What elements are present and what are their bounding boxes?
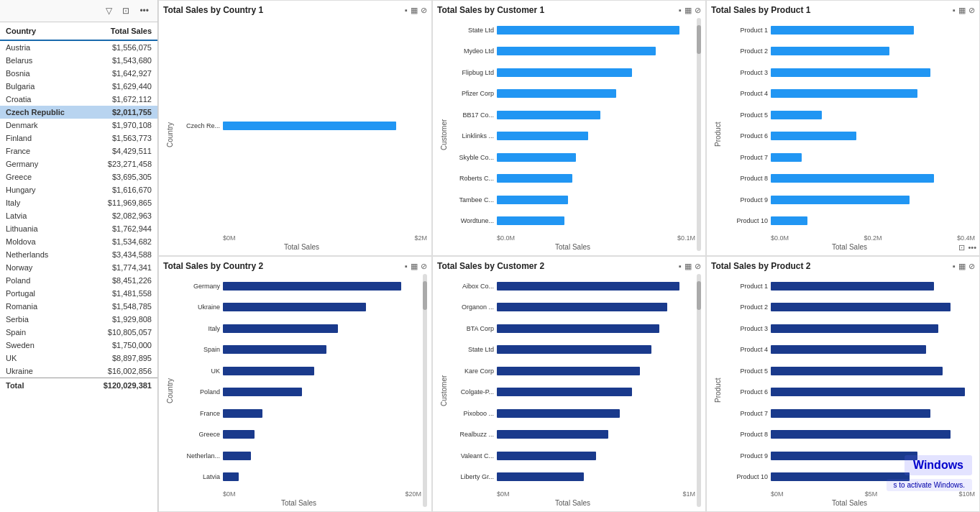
bar-row: Product 6 <box>724 130 975 142</box>
bar-row: UK <box>176 365 421 377</box>
bar-chart-icon-c1[interactable]: ▪ <box>679 6 682 14</box>
bar-label: Product 6 <box>724 388 771 396</box>
expand-icon-p1[interactable]: ⊡ <box>958 243 965 252</box>
table-row[interactable]: UK$8,897,895 <box>0 352 157 365</box>
sales-cell: $1,774,341 <box>85 261 157 274</box>
bar-container <box>497 174 695 183</box>
table-row[interactable]: Denmark$1,970,108 <box>0 119 157 132</box>
bar-label: Aibox Co... <box>450 283 497 290</box>
bar-fill <box>497 430 608 439</box>
filter-chart-icon[interactable]: ⊘ <box>421 6 427 15</box>
table-row[interactable]: Sweden$1,750,000 <box>0 339 157 352</box>
table-row[interactable]: Italy$11,969,865 <box>0 196 157 209</box>
table-row[interactable]: Netherlands$3,434,588 <box>0 248 157 261</box>
filter-icon[interactable]: ▽ <box>103 4 115 17</box>
country-cell: Hungary <box>0 183 85 196</box>
table-row[interactable]: Ukraine$16,002,856 <box>0 365 157 378</box>
bar-chart-icon-p2[interactable]: ▪ <box>953 262 956 270</box>
bar-row: BB17 Co... <box>450 109 695 121</box>
table-row[interactable]: Serbia$1,929,808 <box>0 313 157 326</box>
table-row[interactable]: Bosnia$1,642,927 <box>0 67 157 80</box>
chart-body-product-2: Product Product 1Product 2Product 3Produ… <box>711 274 975 507</box>
chart-type-icon-p1[interactable]: ▦ <box>958 6 966 15</box>
table-row[interactable]: Spain$10,805,057 <box>0 326 157 339</box>
sales-cell: $8,897,895 <box>85 352 157 365</box>
bar-label: Product 8 <box>724 431 771 438</box>
country-cell: Czech Republic <box>0 106 85 119</box>
chart-type-icon-co2[interactable]: ▦ <box>411 262 418 271</box>
table-row[interactable]: Finland$1,563,773 <box>0 132 157 145</box>
filter-chart-icon-p1[interactable]: ⊘ <box>968 6 975 15</box>
chart-type-icon-cu2[interactable]: ▦ <box>684 262 692 271</box>
table-row[interactable]: Croatia$1,672,112 <box>0 93 157 106</box>
x-axis-label-country-2: Total Sales <box>176 498 421 507</box>
bar-chart-icon-co2[interactable]: ▪ <box>405 262 408 270</box>
bar-label: BTA Corp <box>450 325 497 332</box>
bar-fill <box>771 472 910 481</box>
bar-row: Product 2 <box>724 301 975 313</box>
bar-fill <box>771 388 965 396</box>
chart-type-icon[interactable]: ▦ <box>411 6 418 15</box>
table-row[interactable]: Germany$23,271,458 <box>0 157 157 170</box>
table-row[interactable]: France$4,429,511 <box>0 145 157 157</box>
bar-chart-icon-p1[interactable]: ▪ <box>953 6 956 14</box>
bar-chart-icon-cu2[interactable]: ▪ <box>679 262 682 270</box>
table-row[interactable]: Norway$1,774,341 <box>0 261 157 274</box>
filter-chart-icon-cu2[interactable]: ⊘ <box>695 262 701 271</box>
table-row[interactable]: Czech Republic$2,011,755 <box>0 106 157 119</box>
table-row[interactable]: Portugal$1,481,558 <box>0 287 157 300</box>
table-row[interactable]: Greece$3,695,305 <box>0 170 157 183</box>
country-cell: Austria <box>0 40 85 54</box>
country-cell: Romania <box>0 300 85 313</box>
table-row[interactable]: Bulgaria$1,629,440 <box>0 80 157 93</box>
x-axis-customer-2: $0M$1M <box>450 489 695 498</box>
x-axis-tick: $10M <box>958 490 975 498</box>
table-row[interactable]: Lithuania$1,762,944 <box>0 222 157 235</box>
table-row[interactable]: Romania$1,548,785 <box>0 300 157 313</box>
more-icon-p1[interactable]: ••• <box>968 243 976 252</box>
scroll-indicator-customer-1[interactable] <box>697 18 701 251</box>
table-row[interactable]: Austria$1,556,075 <box>0 40 157 54</box>
bar-label: Product 9 <box>724 196 771 204</box>
table-row[interactable]: Latvia$2,082,963 <box>0 209 157 222</box>
bar-label: Product 7 <box>724 154 771 161</box>
chart-type-icon-p2[interactable]: ▦ <box>958 262 966 271</box>
table-row[interactable]: Moldova$1,534,682 <box>0 235 157 248</box>
bar-container <box>497 367 695 375</box>
more-icon[interactable]: ••• <box>137 4 152 17</box>
sales-cell: $2,082,963 <box>85 209 157 222</box>
scroll-thumb-customer-2 <box>697 281 701 310</box>
scroll-indicator-country-2[interactable] <box>423 274 427 507</box>
x-axis-tick: $5M <box>865 490 878 498</box>
bar-chart-icon[interactable]: ▪ <box>405 6 408 14</box>
country-cell: Netherlands <box>0 248 85 261</box>
bar-row: BTA Corp <box>450 323 695 334</box>
total-value: $120,029,381 <box>85 378 157 393</box>
expand-icon[interactable]: ⊡ <box>119 4 132 17</box>
bar-row: State Ltd <box>450 344 695 355</box>
resize-handle[interactable] <box>155 0 157 512</box>
x-axis-product-2: $0M$5M$10M <box>724 489 975 498</box>
bar-container <box>497 89 695 98</box>
scroll-indicator-customer-2[interactable] <box>697 274 701 507</box>
bar-fill <box>223 367 314 375</box>
bar-fill <box>771 216 807 225</box>
table-row[interactable]: Belarus$1,543,680 <box>0 54 157 67</box>
country-table-container[interactable]: Country Total Sales Austria$1,556,075Bel… <box>0 22 157 512</box>
chart-type-icon-c1[interactable]: ▦ <box>684 6 692 15</box>
bar-fill <box>223 122 396 130</box>
bar-container <box>223 345 421 354</box>
filter-chart-icon-p2[interactable]: ⊘ <box>968 262 975 271</box>
bar-label: Product 10 <box>724 217 771 224</box>
bar-label: Latvia <box>176 473 223 480</box>
bar-fill <box>771 409 930 418</box>
filter-chart-icon-c1[interactable]: ⊘ <box>695 6 701 15</box>
bar-fill <box>223 472 239 481</box>
table-row[interactable]: Poland$8,451,226 <box>0 274 157 287</box>
bar-container <box>497 26 695 35</box>
chart-title-country-1: Total Sales by Country 1 <box>163 5 263 15</box>
bar-label: Mydeo Ltd <box>450 47 497 55</box>
table-row[interactable]: Hungary$1,616,670 <box>0 183 157 196</box>
x-axis-label-country-1: Total Sales <box>176 242 427 251</box>
filter-chart-icon-co2[interactable]: ⊘ <box>421 262 427 271</box>
